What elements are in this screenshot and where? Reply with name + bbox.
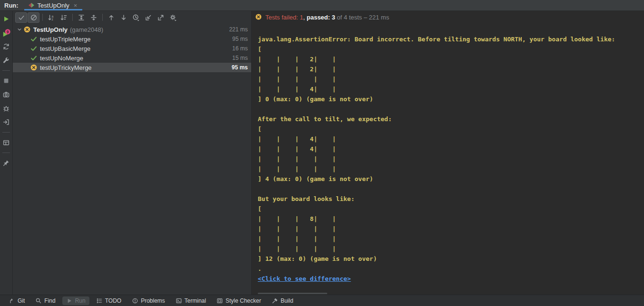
toolwindow-label: Terminal: [185, 297, 206, 304]
tab-title: TestUpOnly: [38, 2, 69, 9]
summary-failed: Tests failed: 1: [265, 14, 303, 21]
divider: [2, 132, 10, 133]
console-line: [258, 184, 644, 194]
test-duration: 95 ms: [232, 64, 251, 71]
divider: [2, 153, 10, 153]
console-line: [: [258, 204, 644, 214]
rerun-button[interactable]: [1, 14, 11, 24]
toolwindow-button-git[interactable]: Git: [5, 296, 29, 305]
test-passed-icon: [30, 35, 38, 43]
console-line: ] 4 (max: 0) (game is not over): [258, 174, 644, 184]
console-line: | | | 2| |: [258, 54, 644, 64]
sort-by-duration-button[interactable]: [58, 12, 69, 23]
run-tab-bar: Run: TestUpOnly ×: [0, 0, 644, 11]
pin-tab-button[interactable]: [1, 158, 11, 168]
alert-circle-icon: [132, 297, 138, 304]
tests-failed-icon: [255, 13, 262, 22]
test-name: testUpTrickyMerge: [40, 64, 92, 71]
test-tree: TestUpOnly(game2048)221 mstestUpTripleMe…: [13, 24, 251, 295]
toolwindow-button-find[interactable]: Find: [31, 296, 59, 305]
tree-row-TestUpOnly[interactable]: TestUpOnly(game2048)221 ms: [13, 25, 251, 34]
summary-text: Tests failed: 1, passed: 3 of 4 tests – …: [265, 14, 389, 21]
stop-button[interactable]: [1, 76, 11, 86]
test-duration: 16 ms: [232, 45, 251, 52]
console-line: | | | | |: [258, 74, 644, 84]
attach-icon[interactable]: [1, 117, 11, 127]
divider: [72, 14, 73, 21]
restore-layout-button[interactable]: [1, 138, 11, 147]
play-small-icon: [66, 297, 73, 304]
export-test-results-button[interactable]: [155, 12, 166, 23]
main-area: 9 az TestUpOnly(game2048)221 mstestUpTri…: [0, 11, 644, 295]
test-duration: 221 ms: [229, 26, 251, 33]
toolwindow-label: TODO: [105, 297, 121, 304]
chevron-down-icon[interactable]: [16, 26, 23, 33]
tree-row-testUpNoMerge[interactable]: testUpNoMerge15 ms: [13, 53, 251, 63]
camera-icon[interactable]: [1, 90, 11, 99]
expand-all-button[interactable]: [75, 12, 87, 23]
test-name: testUpNoMerge: [40, 55, 83, 62]
junit-test-icon: [29, 3, 34, 8]
settings-button[interactable]: [167, 12, 179, 23]
toolwindow-label: Problems: [141, 297, 165, 304]
divider: [102, 14, 103, 21]
git-branch-icon: [9, 297, 15, 304]
toolwindow-button-build[interactable]: Build: [268, 296, 297, 305]
svg-text:z: z: [51, 18, 53, 21]
console-panel: Tests failed: 1, passed: 3 of 4 tests – …: [252, 11, 644, 295]
toolwindow-label: Run: [75, 297, 86, 304]
toolwindow-button-problems[interactable]: Problems: [128, 296, 169, 305]
test-history-button[interactable]: [130, 12, 142, 23]
toolwindow-button-todo[interactable]: TODO: [92, 296, 125, 305]
active-tab-underline: [24, 9, 83, 10]
import-test-results-button[interactable]: [142, 12, 154, 23]
show-ignored-button[interactable]: [28, 12, 39, 23]
console-line: After the call to tilt, we expected:: [258, 114, 644, 124]
console-line: ] 12 (max: 0) (game is not over): [258, 254, 644, 264]
console-line: | | | | |: [258, 164, 644, 174]
toolwindow-button-run[interactable]: Run: [62, 296, 89, 305]
bug-icon[interactable]: [1, 104, 11, 113]
console-line: [258, 104, 644, 114]
test-package: (game2048): [70, 26, 103, 33]
test-name: TestUpOnly: [33, 26, 68, 33]
tree-row-testUpTripleMerge[interactable]: testUpTripleMerge95 ms: [13, 34, 251, 44]
refresh-icon[interactable]: [1, 42, 11, 51]
magnifier-icon: [35, 297, 42, 304]
console-line: | | | | |: [258, 224, 644, 234]
see-difference-link[interactable]: <Click to see difference>: [258, 275, 351, 282]
divider: [42, 14, 43, 21]
toolwindow-label: Git: [18, 297, 25, 304]
test-panel: az TestUpOnly(game2048)221 mstestUpTripl…: [13, 11, 252, 295]
test-name: testUpBasicMerge: [40, 45, 90, 52]
test-summary: Tests failed: 1, passed: 3 of 4 tests – …: [252, 11, 644, 24]
close-icon[interactable]: ×: [73, 2, 78, 9]
horizontal-scrollbar[interactable]: [258, 293, 327, 294]
divider: [2, 70, 10, 71]
previous-failed-test-button[interactable]: [105, 12, 117, 23]
console-output: java.lang.AssertionError: Board incorrec…: [252, 24, 644, 295]
console-line: [: [258, 124, 644, 134]
console-line: | | | 4| |: [258, 84, 644, 94]
console-line: | | | | |: [258, 154, 644, 164]
wrench-icon[interactable]: [1, 56, 11, 65]
console-line: .: [258, 264, 644, 274]
toolwindow-button-terminal[interactable]: Terminal: [172, 296, 210, 305]
tree-row-testUpTrickyMerge[interactable]: testUpTrickyMerge95 ms: [13, 63, 251, 72]
test-passed-icon: [30, 54, 38, 62]
hammer-icon: [272, 297, 278, 304]
toolwindow-label: Style Checker: [225, 297, 261, 304]
tree-row-testUpBasicMerge[interactable]: testUpBasicMerge16 ms: [13, 44, 251, 53]
show-passed-button[interactable]: [15, 12, 27, 23]
tab-testuponly[interactable]: TestUpOnly ×: [24, 0, 83, 10]
next-failed-test-button[interactable]: [117, 12, 129, 23]
test-duration: 15 ms: [232, 55, 251, 61]
todo-list-icon: [96, 297, 103, 304]
toolwindow-button-style-checker[interactable]: Style Checker: [213, 296, 265, 305]
collapse-all-button[interactable]: [88, 12, 99, 23]
summary-passed: passed: 3: [307, 14, 335, 21]
toolwindow-label: Build: [281, 297, 293, 304]
test-toolbar: az: [13, 11, 251, 24]
sort-alphabetically-button[interactable]: az: [45, 12, 57, 23]
rerun-failed-tests-button[interactable]: 9: [1, 28, 11, 38]
